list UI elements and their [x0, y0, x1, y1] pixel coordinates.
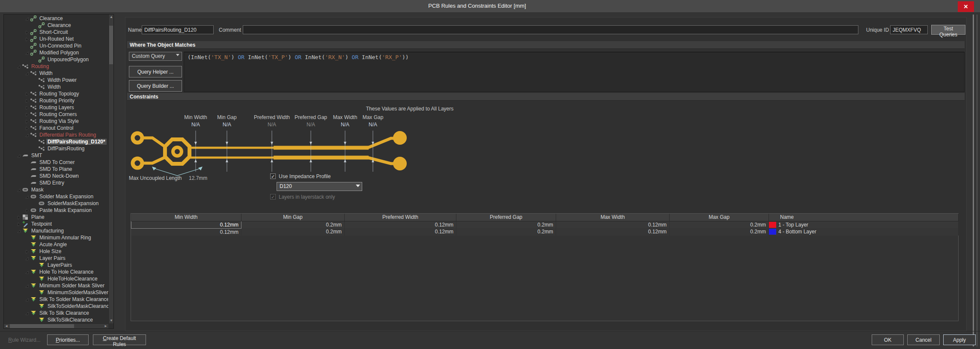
- scroll-up-icon[interactable]: ▲: [109, 15, 114, 20]
- constraint-cell[interactable]: 0.12mm: [345, 221, 456, 228]
- tree-item-manufacturing[interactable]: Manufacturing: [4, 227, 108, 234]
- tree-item-width[interactable]: Width: [4, 70, 108, 77]
- tree-item-plane[interactable]: Plane: [4, 214, 108, 221]
- tree-item-clearance[interactable]: Clearance: [4, 15, 108, 22]
- tree-item-unpouredpolygon[interactable]: UnpouredPolygon: [4, 56, 108, 63]
- tree-item-silk-to-silk-clearance[interactable]: Silk To Silk Clearance: [4, 310, 108, 316]
- expand-arrow-icon[interactable]: [25, 105, 30, 110]
- tree-item-clearance[interactable]: Clearance: [4, 22, 108, 29]
- constraint-cell[interactable]: 0.12mm: [131, 228, 241, 236]
- constraint-cell[interactable]: 0.12mm: [556, 228, 670, 236]
- tree-item-testpoint[interactable]: Testpoint: [4, 221, 108, 227]
- apply-button[interactable]: Apply: [943, 334, 976, 345]
- collapse-arrow-icon[interactable]: [17, 64, 22, 69]
- constraint-cell[interactable]: 0.2mm: [670, 228, 769, 236]
- expand-arrow-icon[interactable]: [25, 119, 30, 123]
- table-header-name[interactable]: Name: [769, 214, 959, 221]
- tree-item-silk-to-solder-mask-clearance[interactable]: Silk To Solder Mask Clearance: [4, 296, 108, 303]
- tree-item-differential-pairs-routing[interactable]: Differential Pairs Routing: [4, 131, 108, 138]
- tree-item-minimum-annular-ring[interactable]: Minimum Annular Ring: [4, 234, 108, 241]
- max-uncoupled-length-value[interactable]: 12.7mm: [189, 175, 207, 181]
- collapse-arrow-icon[interactable]: [25, 311, 30, 315]
- tree-item-smt[interactable]: SMT: [4, 152, 108, 159]
- tree-item-mask[interactable]: Mask: [4, 186, 108, 193]
- collapse-arrow-icon[interactable]: [17, 188, 22, 192]
- query-helper-button[interactable]: Query Helper ...: [129, 66, 182, 78]
- tree-item-diffpairsrouting[interactable]: DiffPairsRouting: [4, 145, 108, 152]
- tree-item-routing[interactable]: Routing: [4, 63, 108, 70]
- collapse-arrow-icon[interactable]: [25, 71, 30, 75]
- tree-item-minimum-solder-mask-sliver[interactable]: Minimum Solder Mask Sliver: [4, 282, 108, 289]
- collapse-arrow-icon[interactable]: [17, 229, 22, 233]
- tree-horizontal-scrollbar[interactable]: ◄ ►: [4, 323, 108, 328]
- collapse-arrow-icon[interactable]: [25, 256, 30, 260]
- expand-arrow-icon[interactable]: [17, 215, 22, 219]
- tree-item-routing-via-style[interactable]: Routing Via Style: [4, 118, 108, 125]
- collapse-arrow-icon[interactable]: [25, 194, 30, 199]
- tree-item-smd-neck-down[interactable]: SMD Neck-Down: [4, 173, 108, 179]
- expand-arrow-icon[interactable]: [25, 37, 30, 41]
- layer-name-cell[interactable]: 1 - Top Layer: [769, 221, 959, 228]
- tree-item-smd-entry[interactable]: SMD Entry: [4, 179, 108, 186]
- constraint-cell[interactable]: 0.2mm: [670, 221, 769, 228]
- tree-item-hole-to-hole-clearance[interactable]: Hole To Hole Clearance: [4, 268, 108, 275]
- scroll-right-icon[interactable]: ►: [103, 324, 108, 329]
- comment-input[interactable]: [243, 25, 858, 34]
- tree-item-routing-priority[interactable]: Routing Priority: [4, 97, 108, 104]
- cancel-button[interactable]: Cancel: [907, 334, 940, 345]
- tree-item-paste-mask-expansion[interactable]: Paste Mask Expansion: [4, 207, 108, 214]
- tree-item-layer-pairs[interactable]: Layer Pairs: [4, 255, 108, 262]
- tree-item-routing-corners[interactable]: Routing Corners: [4, 111, 108, 118]
- constraint-cell[interactable]: 0.2mm: [241, 221, 345, 228]
- collapse-arrow-icon[interactable]: [25, 16, 30, 21]
- tree-item-diffpairsrouting-d120[interactable]: DiffPairsRouting_D120*: [4, 138, 108, 145]
- constraint-cell[interactable]: 0.2mm: [456, 228, 556, 236]
- expand-arrow-icon[interactable]: [25, 30, 30, 34]
- tree-item-un-connected-pin[interactable]: Un-Connected Pin: [4, 42, 108, 49]
- scrollbar-thumb[interactable]: [10, 324, 74, 328]
- tree-item-short-circuit[interactable]: Short-Circuit: [4, 29, 108, 36]
- expand-arrow-icon[interactable]: [25, 208, 30, 212]
- expand-arrow-icon[interactable]: [25, 112, 30, 116]
- collapse-arrow-icon[interactable]: [25, 270, 30, 274]
- constraint-cell[interactable]: 0.2mm: [456, 221, 556, 228]
- expand-arrow-icon[interactable]: [25, 126, 30, 130]
- constraint-cell[interactable]: 0.2mm: [241, 228, 345, 236]
- priorities-button[interactable]: Priorities...: [47, 334, 89, 345]
- tree-item-silktosoldermaskclearance[interactable]: SilkToSolderMaskClearance: [4, 303, 108, 310]
- tree-item-acute-angle[interactable]: Acute Angle: [4, 241, 108, 248]
- collapse-arrow-icon[interactable]: [25, 297, 30, 301]
- expand-arrow-icon[interactable]: [25, 98, 30, 103]
- test-queries-button[interactable]: Test Queries: [931, 25, 965, 35]
- tree-item-smd-to-corner[interactable]: SMD To Corner: [4, 159, 108, 166]
- table-header-max-gap[interactable]: Max Gap: [670, 214, 769, 221]
- collapse-arrow-icon[interactable]: [25, 133, 30, 137]
- ok-button[interactable]: OK: [872, 334, 904, 345]
- use-impedance-profile-checkbox[interactable]: ✓: [270, 173, 276, 179]
- name-input[interactable]: [142, 25, 214, 34]
- tree-item-silktosilkclearance[interactable]: SilkToSilkClearance: [4, 316, 108, 323]
- query-builder-button[interactable]: Query Builder ...: [129, 80, 182, 92]
- unique-id-input[interactable]: [890, 25, 928, 34]
- constraint-cell[interactable]: 0.12mm: [556, 221, 670, 228]
- tree-item-holetoholeclearance[interactable]: HoleToHoleClearance: [4, 275, 108, 282]
- table-header-preferred-width[interactable]: Preferred Width: [345, 214, 456, 221]
- table-header-max-width[interactable]: Max Width: [556, 214, 670, 221]
- expand-arrow-icon[interactable]: [17, 222, 22, 226]
- tree-item-un-routed-net[interactable]: Un-Routed Net: [4, 36, 108, 42]
- tree-item-width[interactable]: Width: [4, 84, 108, 90]
- scroll-left-icon[interactable]: ◄: [4, 324, 9, 329]
- close-button[interactable]: ✕: [958, 1, 974, 12]
- constraint-cell[interactable]: 0.12mm: [345, 228, 456, 236]
- collapse-arrow-icon[interactable]: [17, 153, 22, 158]
- scrollbar-thumb[interactable]: [109, 26, 113, 64]
- tree-item-routing-layers[interactable]: Routing Layers: [4, 104, 108, 111]
- tree-item-routing-topology[interactable]: Routing Topology: [4, 90, 108, 97]
- tree-item-width-power[interactable]: Width Power: [4, 77, 108, 84]
- layer-name-cell[interactable]: 4 - Bottom Layer: [769, 228, 959, 236]
- collapse-arrow-icon[interactable]: [25, 283, 30, 288]
- tree-item-modified-polygon[interactable]: Modified Polygon: [4, 49, 108, 56]
- scroll-down-icon[interactable]: ▼: [109, 318, 114, 323]
- tree-item-solder-mask-expansion[interactable]: Solder Mask Expansion: [4, 193, 108, 200]
- tree-vertical-scrollbar[interactable]: ▲ ▼: [108, 15, 113, 323]
